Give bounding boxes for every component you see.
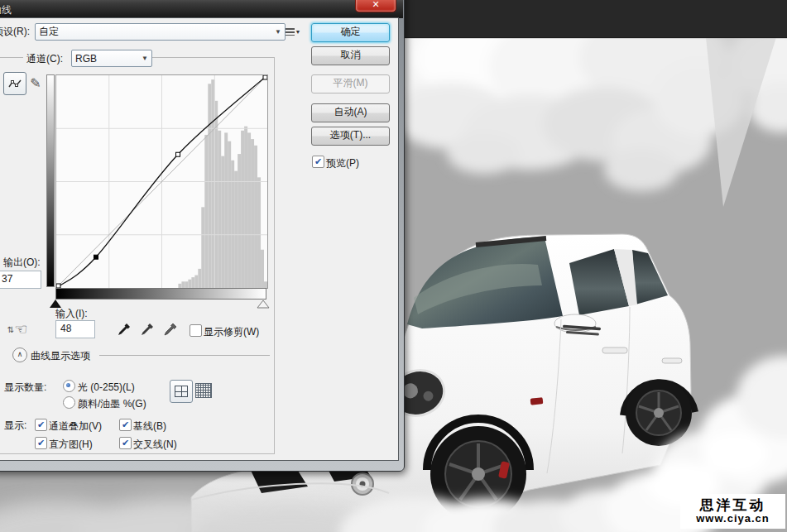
input-field[interactable]: 48 — [55, 320, 95, 338]
channel-value: RGB — [75, 53, 97, 65]
curves-graph[interactable] — [55, 74, 268, 289]
histogram-checkbox[interactable] — [35, 437, 47, 449]
gray-point-eyedropper-icon[interactable] — [137, 321, 156, 338]
curve-display-options-header: 曲线显示选项 — [31, 349, 90, 363]
radio-light-label: 光 (0-255)(L) — [78, 381, 135, 395]
channel-overlays-checkbox[interactable] — [35, 419, 47, 431]
chevron-down-icon: ▼ — [275, 28, 281, 36]
screenshot-root: 思洋互动 www.ciya.cn 曲线 ✕ 预设(R): 自定 ▼ ▼ 通道(C… — [0, 0, 787, 532]
cancel-button[interactable]: 取消 — [311, 46, 390, 65]
preview-label: 预览(P) — [326, 156, 359, 170]
rear-wheel — [626, 380, 692, 446]
show-label: 显示: — [4, 419, 26, 433]
dialog-body: 预设(R): 自定 ▼ ▼ 通道(C): RGB ▼ — [0, 17, 399, 461]
watermark-url: www.ciya.cn — [696, 513, 770, 525]
output-label: 输出(O): — [3, 256, 41, 270]
histogram-label: 直方图(H) — [49, 438, 93, 452]
baseline-label: 基线(B) — [133, 419, 166, 434]
amount-label: 显示数量: — [4, 381, 46, 395]
curve-tool-icon — [7, 78, 22, 89]
channel-overlays-label: 通道叠加(V) — [49, 419, 102, 434]
close-icon[interactable]: ✕ — [355, 0, 396, 12]
detailed-grid-icon[interactable] — [195, 383, 212, 398]
options-button[interactable]: 选项(T)... — [311, 127, 390, 146]
section-divider — [99, 355, 270, 356]
preset-menu-icon[interactable]: ▼ — [285, 25, 301, 38]
ok-button[interactable]: 确定 — [311, 23, 390, 42]
input-label: 输入(I): — [55, 307, 88, 321]
input-gradient-bar — [55, 288, 266, 300]
auto-button[interactable]: 自动(A) — [311, 103, 390, 122]
on-image-adjust-icon[interactable]: ⇅☜ — [5, 318, 30, 341]
baseline-checkbox[interactable] — [119, 419, 132, 431]
curve-point-tool-button[interactable] — [3, 72, 26, 95]
chevron-down-icon: ▼ — [142, 55, 148, 62]
pencil-tool-button[interactable]: ✎ — [26, 74, 45, 92]
white-point-eyedropper-icon[interactable] — [161, 321, 179, 338]
curves-dialog: 曲线 ✕ 预设(R): 自定 ▼ ▼ 通道(C): RGB ▼ — [0, 0, 405, 472]
show-clipping-label: 显示修剪(W) — [204, 325, 259, 339]
dialog-titlebar[interactable]: 曲线 ✕ — [0, 0, 403, 18]
channel-dropdown[interactable]: RGB ▼ — [71, 50, 152, 67]
watermark-brand: 思洋互动 — [700, 498, 766, 513]
radio-pigment-label: 颜料/油墨 %(G) — [78, 397, 146, 411]
intersection-checkbox[interactable] — [119, 437, 132, 449]
show-clipping-checkbox[interactable] — [190, 324, 202, 337]
preset-label: 预设(R): — [0, 25, 30, 39]
channel-label: 通道(C): — [26, 52, 63, 66]
preset-dropdown[interactable]: 自定 ▼ — [35, 23, 286, 41]
radio-pigment[interactable] — [63, 396, 75, 409]
smooth-button: 平滑(M) — [311, 74, 390, 93]
watermark: 思洋互动 www.ciya.cn — [680, 494, 785, 529]
preview-checkbox[interactable] — [312, 156, 324, 168]
dialog-title: 曲线 — [0, 3, 12, 17]
preset-value: 自定 — [39, 25, 59, 39]
simple-grid-icon[interactable] — [170, 380, 193, 403]
collapse-section-icon[interactable]: ∧ — [12, 347, 27, 362]
black-point-eyedropper-icon[interactable] — [114, 321, 132, 338]
radio-light[interactable] — [63, 380, 75, 392]
output-gradient-bar — [46, 74, 55, 287]
output-field[interactable]: 37 — [0, 271, 41, 289]
highlight-input-slider[interactable] — [257, 300, 270, 309]
intersection-label: 交叉线(N) — [133, 438, 177, 452]
